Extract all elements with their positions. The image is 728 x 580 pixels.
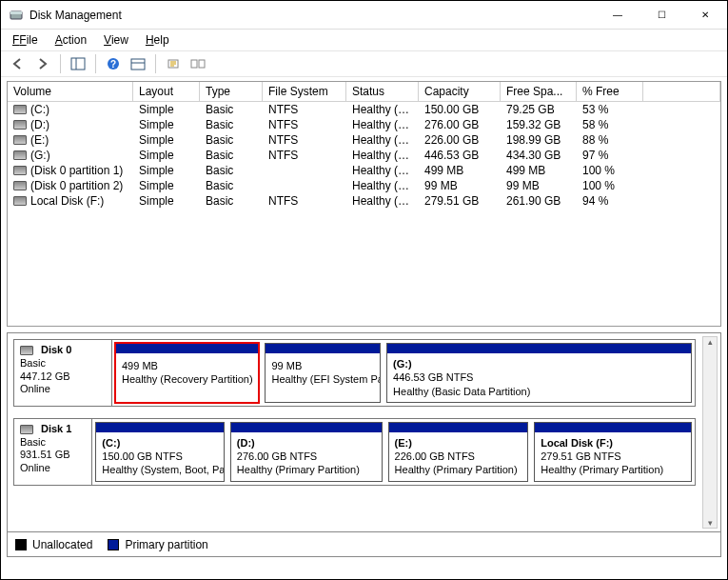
cell-pct: 100 % [577, 163, 643, 178]
menu-view[interactable]: View [96, 31, 136, 49]
volume-list[interactable]: Volume Layout Type File System Status Ca… [7, 81, 721, 327]
cell-fs: NTFS [263, 117, 346, 132]
table-row[interactable]: (Disk 0 partition 1)SimpleBasicHealthy (… [8, 163, 720, 178]
cell-free: 159.32 GB [501, 117, 577, 132]
partition-status: Healthy (Primary Partition) [395, 463, 522, 476]
col-header-status[interactable]: Status [346, 82, 419, 102]
settings-button[interactable] [187, 53, 209, 74]
menu-help[interactable]: Help [138, 31, 177, 49]
partition-size: 226.00 GB NTFS [395, 450, 522, 463]
refresh-button[interactable] [162, 53, 185, 74]
legend-primary: Primary partition [108, 538, 207, 551]
col-header-type[interactable]: Type [200, 82, 263, 102]
menu-action[interactable]: Action [48, 31, 94, 49]
disk-label[interactable]: Disk 0Basic447.12 GBOnline [13, 339, 112, 407]
cell-pct: 53 % [577, 102, 643, 117]
swatch-primary [108, 539, 119, 550]
partition-letter: (C:) [102, 436, 217, 450]
col-header-pct[interactable]: % Free [577, 82, 643, 102]
partition-body: 499 MBHealthy (Recovery Partition) [116, 353, 258, 390]
scroll-up-icon[interactable]: ▴ [708, 337, 713, 347]
disk-icon [20, 425, 33, 434]
cell-type: Basic [200, 117, 263, 132]
cell-status: Healthy (P... [346, 132, 419, 148]
col-header-free[interactable]: Free Spa... [501, 82, 577, 102]
table-row[interactable]: (Disk 0 partition 2)SimpleBasicHealthy (… [8, 178, 720, 193]
show-hide-tree-button[interactable] [67, 53, 89, 74]
legend-unallocated-label: Unallocated [32, 538, 92, 551]
disk-map[interactable]: ▴ ▾ Disk 0Basic447.12 GBOnline499 MBHeal… [7, 332, 721, 532]
cell-pct: 88 % [577, 132, 643, 148]
back-button[interactable] [7, 53, 30, 74]
cell-fs: NTFS [263, 102, 346, 117]
partition-letter: (G:) [393, 357, 685, 370]
client-area: Volume Layout Type File System Status Ca… [1, 77, 727, 579]
cell-status: Healthy (S... [346, 102, 419, 117]
cell-pct: 58 % [577, 117, 643, 132]
partition[interactable]: 499 MBHealthy (Recovery Partition) [115, 343, 259, 403]
col-header-volume[interactable]: Volume [8, 82, 133, 102]
cell-volume: (Disk 0 partition 2) [8, 178, 133, 193]
close-button[interactable]: ✕ [683, 1, 727, 30]
table-row[interactable]: Local Disk (F:)SimpleBasicNTFSHealthy (P… [8, 193, 720, 209]
table-row[interactable]: (C:)SimpleBasicNTFSHealthy (S...150.00 G… [8, 102, 720, 117]
cell-capacity: 150.00 GB [419, 102, 501, 117]
table-row[interactable]: (E:)SimpleBasicNTFSHealthy (P...226.00 G… [8, 132, 720, 148]
disk-map-wrapper: ▴ ▾ Disk 0Basic447.12 GBOnline499 MBHeal… [7, 332, 721, 557]
cell-fs: NTFS [263, 132, 346, 148]
menu-file[interactable]: Fdocument.currentScript.previousElementS… [5, 31, 46, 49]
volume-icon [13, 196, 27, 206]
volume-list-body[interactable]: (C:)SimpleBasicNTFSHealthy (S...150.00 G… [8, 102, 720, 326]
scroll-down-icon[interactable]: ▾ [708, 518, 713, 528]
col-header-layout[interactable]: Layout [133, 82, 200, 102]
cell-free: 434.30 GB [501, 148, 577, 163]
partition[interactable]: (D:)276.00 GB NTFSHealthy (Primary Parti… [230, 422, 383, 482]
toolbar-separator [60, 54, 61, 73]
table-row[interactable]: (G:)SimpleBasicNTFSHealthy (B...446.53 G… [8, 148, 720, 163]
cell-fs: NTFS [263, 148, 346, 163]
partition-color-bar [116, 344, 258, 353]
partition-status: Healthy (Basic Data Partition) [393, 385, 685, 398]
volume-icon [13, 166, 27, 175]
cell-type: Basic [200, 102, 263, 117]
table-row[interactable]: (D:)SimpleBasicNTFSHealthy (P...276.00 G… [8, 117, 720, 132]
properties-button[interactable] [127, 53, 149, 74]
legend-unallocated: Unallocated [15, 538, 92, 551]
col-header-fs[interactable]: File System [263, 82, 346, 102]
cell-type: Basic [200, 132, 263, 148]
legend: Unallocated Primary partition [7, 532, 721, 557]
partition[interactable]: (C:)150.00 GB NTFSHealthy (System, Boot,… [95, 422, 224, 482]
cell-type: Basic [200, 193, 263, 209]
volume-icon [13, 135, 27, 145]
partition-body: 99 MBHealthy (EFI System Partition) [266, 353, 380, 390]
cell-pct: 100 % [577, 178, 643, 193]
partition[interactable]: (G:)446.53 GB NTFSHealthy (Basic Data Pa… [386, 343, 692, 403]
disk-label[interactable]: Disk 1Basic931.51 GBOnline [13, 418, 92, 486]
partition-body: (G:)446.53 GB NTFSHealthy (Basic Data Pa… [387, 353, 691, 402]
cell-status: Healthy (P... [346, 193, 419, 209]
forward-button[interactable] [31, 53, 54, 74]
partition-color-bar [389, 423, 528, 432]
partition[interactable]: (E:)226.00 GB NTFSHealthy (Primary Parti… [388, 422, 529, 482]
partition-size: 446.53 GB NTFS [393, 370, 685, 384]
col-header-capacity[interactable]: Capacity [419, 82, 501, 102]
maximize-button[interactable]: ☐ [639, 1, 683, 30]
cell-type: Basic [200, 163, 263, 178]
help-button[interactable]: ? [102, 53, 125, 74]
disk-type: Basic [20, 357, 106, 370]
cell-free: 499 MB [501, 163, 577, 178]
cell-capacity: 446.53 GB [419, 148, 501, 163]
minimize-button[interactable]: — [596, 1, 639, 30]
cell-status: Healthy (R... [346, 163, 419, 178]
cell-pct: 97 % [577, 148, 643, 163]
cell-capacity: 99 MB [419, 178, 501, 193]
partition[interactable]: 99 MBHealthy (EFI System Partition) [265, 343, 381, 403]
cell-type: Basic [200, 178, 263, 193]
partition-body: (C:)150.00 GB NTFSHealthy (System, Boot,… [96, 432, 223, 481]
app-icon [9, 8, 24, 23]
scrollbar[interactable]: ▴ ▾ [702, 336, 718, 529]
disk-type: Basic [20, 436, 86, 450]
volume-icon [13, 150, 27, 160]
partition[interactable]: Local Disk (F:)279.51 GB NTFSHealthy (Pr… [534, 422, 692, 482]
volume-list-header: Volume Layout Type File System Status Ca… [8, 82, 720, 102]
